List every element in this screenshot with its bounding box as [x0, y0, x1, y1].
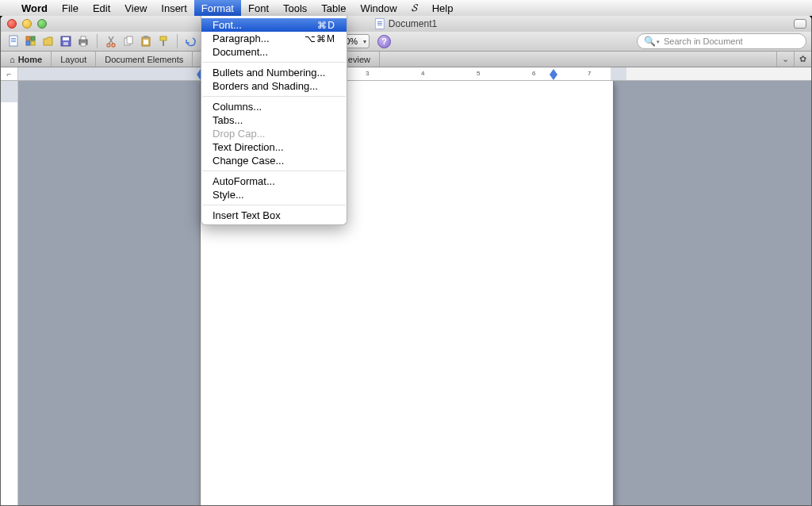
- svg-rect-12: [81, 36, 86, 40]
- svg-rect-19: [144, 36, 148, 38]
- workspace: [1, 81, 811, 505]
- menu-font[interactable]: Font: [241, 0, 276, 16]
- search-icon: 🔍: [644, 36, 660, 47]
- svg-rect-9: [63, 37, 69, 40]
- home-icon: ⌂: [10, 55, 15, 64]
- menu-view[interactable]: View: [117, 0, 154, 16]
- menu-item-label: Paragraph...: [213, 33, 270, 44]
- svg-rect-3: [11, 41, 16, 42]
- tab-layout[interactable]: Layout: [52, 52, 96, 67]
- toolbar-separator: [177, 34, 178, 48]
- vertical-ruler[interactable]: [1, 81, 18, 505]
- menu-item-label: Text Direction...: [213, 141, 284, 153]
- svg-rect-10: [63, 42, 68, 45]
- menu-item-label: Document...: [213, 46, 268, 58]
- ribbon-tabs: ⌂Home Layout Document Elements Tables Ch…: [1, 52, 811, 67]
- menu-format[interactable]: Format: [194, 0, 241, 16]
- document-canvas[interactable]: [18, 81, 811, 505]
- svg-rect-1: [11, 38, 16, 39]
- menu-item-text-direction[interactable]: Text Direction...: [201, 140, 347, 154]
- ribbon-collapse-button[interactable]: ⌄: [776, 52, 794, 67]
- menu-item-borders-and-shading[interactable]: Borders and Shading...: [201, 79, 347, 93]
- search-in-document-input[interactable]: 🔍 Search in Document: [637, 33, 806, 49]
- close-button[interactable]: [7, 19, 17, 29]
- search-placeholder: Search in Document: [664, 36, 743, 46]
- toolbar-group-file: [6, 34, 91, 48]
- svg-point-14: [107, 44, 110, 47]
- menu-item-label: AutoFormat...: [213, 175, 275, 187]
- menu-table[interactable]: Table: [314, 0, 353, 16]
- menu-item-columns[interactable]: Columns...: [201, 100, 347, 113]
- toolbar-toggle-button[interactable]: [794, 19, 806, 29]
- minimize-button[interactable]: [22, 19, 32, 29]
- svg-rect-0: [10, 36, 17, 46]
- vruler-top-margin: [1, 81, 17, 102]
- toolbar-separator: [97, 34, 98, 48]
- copy-button[interactable]: [121, 34, 136, 48]
- document-icon: [375, 18, 385, 29]
- mac-menubar: Word File Edit View Insert Format Font T…: [0, 0, 812, 16]
- menu-separator: [202, 62, 346, 63]
- help-button[interactable]: ?: [377, 35, 391, 48]
- menu-script-icon[interactable]: 𝓢: [404, 0, 425, 16]
- menu-item-document[interactable]: Document...: [201, 45, 347, 59]
- ruler-right-margin: [611, 67, 811, 80]
- new-doc-button[interactable]: [6, 34, 21, 48]
- menu-item-shortcut: ⌥⌘M: [304, 33, 335, 44]
- menu-item-drop-cap: Drop Cap...: [201, 127, 347, 140]
- menu-item-paragraph[interactable]: Paragraph...⌥⌘M: [201, 32, 347, 45]
- format-painter-button[interactable]: [155, 34, 171, 48]
- menu-item-label: Style...: [213, 189, 244, 201]
- horizontal-ruler[interactable]: 1 2 3 4 5 6 7: [18, 67, 811, 80]
- cut-button[interactable]: [103, 34, 119, 48]
- menu-item-label: Insert Text Box: [213, 209, 281, 221]
- zoom-button[interactable]: [37, 19, 47, 29]
- menu-window[interactable]: Window: [353, 0, 404, 16]
- ribbon-settings-button[interactable]: ✿: [794, 52, 811, 67]
- tab-document-elements[interactable]: Document Elements: [96, 52, 193, 67]
- menu-item-style[interactable]: Style...: [201, 188, 347, 201]
- svg-point-15: [112, 44, 115, 47]
- svg-rect-22: [163, 40, 164, 46]
- menu-help[interactable]: Help: [425, 0, 461, 16]
- menu-item-insert-text-box[interactable]: Insert Text Box: [201, 209, 347, 222]
- tab-selector[interactable]: ⌐: [1, 67, 18, 80]
- menu-file[interactable]: File: [55, 0, 86, 16]
- menu-item-label: Font...: [213, 19, 242, 31]
- window-title: Document1: [375, 18, 437, 29]
- svg-rect-21: [160, 36, 167, 40]
- ruler-left-margin: [18, 67, 201, 80]
- svg-rect-20: [144, 40, 148, 44]
- paste-button[interactable]: [138, 34, 154, 48]
- format-menu-dropdown: Font...⌘DParagraph...⌥⌘MDocument...Bulle…: [201, 16, 347, 225]
- undo-button[interactable]: [183, 34, 199, 48]
- menu-item-autoformat[interactable]: AutoFormat...: [201, 174, 347, 188]
- save-button[interactable]: [58, 34, 74, 48]
- horizontal-ruler-row: ⌐ 1 2 3 4 5 6 7: [1, 67, 811, 81]
- menu-tools[interactable]: Tools: [276, 0, 314, 16]
- menu-separator: [202, 171, 346, 171]
- new-from-template-button[interactable]: [23, 34, 39, 48]
- menu-item-change-case[interactable]: Change Case...: [201, 154, 347, 167]
- menu-item-label: Change Case...: [213, 155, 284, 167]
- right-indent-marker-bottom[interactable]: [550, 75, 557, 81]
- menu-separator: [202, 96, 346, 97]
- right-indent-marker[interactable]: [550, 68, 557, 75]
- menu-item-tabs[interactable]: Tabs...: [201, 113, 347, 127]
- tab-home[interactable]: ⌂Home: [1, 52, 52, 67]
- print-button[interactable]: [75, 34, 91, 48]
- menu-item-font[interactable]: Font...⌘D: [201, 18, 347, 32]
- traffic-lights: [7, 19, 47, 29]
- app-name[interactable]: Word: [14, 2, 55, 14]
- titlebar: Document1: [1, 16, 811, 32]
- svg-rect-6: [26, 41, 30, 45]
- standard-toolbar: 100% ? 🔍 Search in Document: [1, 32, 811, 52]
- svg-rect-7: [31, 41, 35, 45]
- menu-item-bullets-and-numbering[interactable]: Bullets and Numbering...: [201, 66, 347, 79]
- toolbar-group-clipboard: [103, 34, 171, 48]
- menu-edit[interactable]: Edit: [86, 0, 117, 16]
- menu-insert[interactable]: Insert: [154, 0, 194, 16]
- menu-item-label: Tabs...: [213, 114, 243, 126]
- open-button[interactable]: [40, 34, 56, 48]
- window-title-text: Document1: [389, 18, 437, 29]
